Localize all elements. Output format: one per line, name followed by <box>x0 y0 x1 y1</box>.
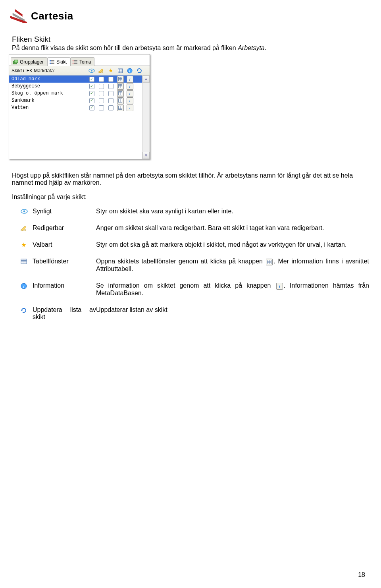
svg-rect-14 <box>74 62 77 62</box>
def-term: Tabellfönster <box>33 258 96 265</box>
layer-row[interactable]: Skog o. öppen mark i <box>9 90 142 97</box>
tab-label: Grupplager <box>20 59 44 65</box>
layer-rows-area: Odlad mark i Bebyggelse i Skog o. öppen … <box>9 75 150 159</box>
info-button-icon: i <box>276 283 283 290</box>
def-desc: Öppna skiktets tabellfönster genom att k… <box>96 258 369 273</box>
editable-checkbox[interactable] <box>99 91 104 96</box>
svg-rect-13 <box>73 62 73 62</box>
svg-rect-60 <box>21 259 27 264</box>
def-term: Synligt <box>33 208 96 215</box>
info-button[interactable]: i <box>127 83 133 90</box>
svg-rect-7 <box>50 62 51 62</box>
selectable-checkbox[interactable] <box>108 98 114 103</box>
selectable-checkbox[interactable] <box>108 91 114 96</box>
layer-name: Odlad mark <box>9 76 87 82</box>
svg-text:i: i <box>129 85 131 89</box>
visible-checkbox[interactable] <box>89 91 94 96</box>
svg-rect-12 <box>74 60 77 61</box>
table-button[interactable] <box>117 97 124 104</box>
table-button-icon <box>266 259 273 265</box>
refresh-icon[interactable] <box>135 68 144 74</box>
visible-checkbox[interactable] <box>89 77 94 82</box>
column-eye-icon <box>87 68 96 73</box>
svg-rect-6 <box>51 60 54 61</box>
definition-list: Synligt Styr om skiktet ska vara synligt… <box>21 208 369 321</box>
selectable-checkbox[interactable] <box>108 77 114 82</box>
def-desc-a: Se information om skiktet genom att klic… <box>96 282 275 289</box>
table-button[interactable] <box>117 104 124 111</box>
tab-label: Tema <box>79 59 91 65</box>
list-icon <box>49 59 55 65</box>
layer-row[interactable]: Bebyggelse i <box>9 83 142 90</box>
def-term: Information <box>33 282 96 289</box>
def-term: Valbart <box>33 241 96 248</box>
layer-row[interactable]: Vatten i <box>9 104 142 111</box>
def-row-synligt: Synligt Styr om skiktet ska vara synligt… <box>21 208 369 215</box>
scrollbar[interactable]: ▲ ▼ <box>142 75 150 159</box>
table-icon <box>21 258 33 264</box>
intro-paragraph: På denna flik visas de skikt som hör til… <box>12 44 369 52</box>
def-desc-a: Öppna skiktets tabellfönster genom att k… <box>96 258 265 265</box>
column-table-icon <box>115 68 125 74</box>
def-row-redigerbar: Redigerbar Anger om skiktet skall vara r… <box>21 224 369 232</box>
svg-rect-15 <box>73 63 73 64</box>
logo-mark-icon <box>10 9 28 23</box>
layer-name: Bebyggelse <box>9 83 87 89</box>
svg-marker-59 <box>21 242 26 247</box>
intro-ref-italic: Arbetsyta <box>238 44 265 51</box>
info-button[interactable]: i <box>127 104 133 111</box>
table-button[interactable] <box>117 83 124 90</box>
svg-point-56 <box>23 211 25 213</box>
info-button[interactable]: i <box>127 97 133 104</box>
visible-checkbox[interactable] <box>89 84 94 89</box>
info-button[interactable]: i <box>127 76 133 83</box>
scroll-up-icon[interactable]: ▲ <box>142 75 150 83</box>
svg-rect-22 <box>118 69 123 73</box>
def-row-tabellfonster: Tabellfönster Öppna skiktets tabellfönst… <box>21 258 369 273</box>
sparkle-icon <box>21 241 33 248</box>
def-desc: Se information om skiktet genom att klic… <box>96 282 369 297</box>
selectable-checkbox[interactable] <box>108 84 114 89</box>
info-icon: i <box>21 282 33 289</box>
selectable-checkbox[interactable] <box>108 105 114 110</box>
layer-row[interactable]: Sankmark i <box>9 97 142 104</box>
editable-checkbox[interactable] <box>99 98 104 103</box>
layer-row[interactable]: Odlad mark i <box>9 75 142 83</box>
visible-checkbox[interactable] <box>89 98 94 103</box>
tab-grupplager[interactable]: Grupplager <box>11 57 47 66</box>
def-desc: Uppdaterar listan av skikt <box>96 306 369 313</box>
column-edit-icon <box>96 68 106 74</box>
tab-tema[interactable]: Tema <box>70 57 94 66</box>
page-number: 18 <box>358 571 365 578</box>
refresh-icon <box>21 306 33 313</box>
info-button[interactable]: i <box>127 90 133 97</box>
svg-rect-4 <box>14 60 18 63</box>
brand-logo: Cartesia <box>10 9 369 23</box>
editable-checkbox[interactable] <box>99 105 104 110</box>
tab-label: Skikt <box>56 59 67 65</box>
editable-checkbox[interactable] <box>99 84 104 89</box>
panel-toolbar: Skikt i 'FK Markdata' i <box>9 66 150 75</box>
paragraph-1: Högst upp på skiktfliken står namnet på … <box>12 172 369 186</box>
column-select-icon <box>106 68 115 74</box>
svg-point-18 <box>91 70 92 72</box>
def-desc: Styr om det ska gå att markera objekt i … <box>96 241 369 248</box>
scroll-down-icon[interactable]: ▼ <box>142 152 150 159</box>
svg-rect-11 <box>73 60 73 61</box>
tab-skikt[interactable]: Skikt <box>47 57 70 66</box>
layers-green-icon <box>13 59 18 65</box>
column-info-icon: i <box>125 68 135 74</box>
table-button[interactable] <box>117 76 124 83</box>
layer-name: Skog o. öppen mark <box>9 91 87 96</box>
def-row-uppdatera: Uppdatera lista av skikt Uppdaterar list… <box>21 306 369 321</box>
def-desc: Anger om skiktet skall vara redigerbart.… <box>96 224 369 232</box>
logo-text: Cartesia <box>31 10 73 22</box>
panel-subtitle: Skikt i 'FK Markdata' <box>9 68 87 74</box>
visible-checkbox[interactable] <box>89 105 94 110</box>
edit-icon <box>21 224 33 232</box>
table-button[interactable] <box>117 90 124 97</box>
editable-checkbox[interactable] <box>99 77 104 82</box>
svg-marker-21 <box>109 68 113 72</box>
def-desc: Styr om skiktet ska vara synligt i karta… <box>96 208 369 215</box>
def-row-information: i Information Se information om skiktet … <box>21 282 369 297</box>
